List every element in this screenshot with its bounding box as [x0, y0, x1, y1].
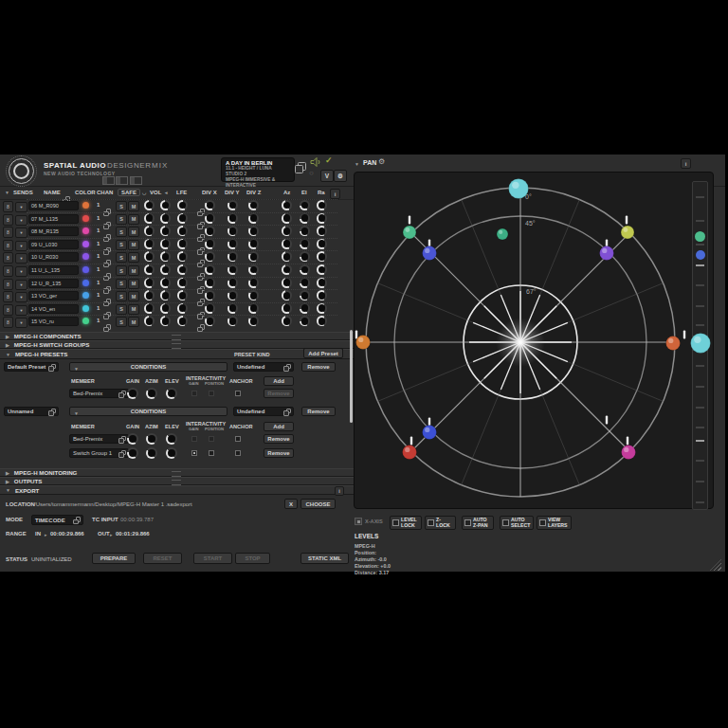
add-member-button[interactable]: Add	[264, 422, 294, 431]
member-copy-icon[interactable]	[118, 450, 125, 457]
auto-select-checkbox[interactable]	[502, 519, 509, 526]
z-lock-checkbox[interactable]	[428, 519, 434, 526]
range-out-arrow-icon[interactable]: ▸	[110, 532, 113, 537]
meter-object-dot[interactable]	[696, 250, 705, 260]
clear-location-button[interactable]: X	[284, 499, 298, 509]
anchor-checkbox[interactable]	[235, 436, 241, 442]
audio-object-dot[interactable]	[666, 337, 681, 351]
pan-info-button[interactable]: i	[681, 158, 691, 169]
level-lock-toggle[interactable]: LEVELLOCK	[390, 516, 422, 530]
audio-object-dot[interactable]	[622, 446, 636, 460]
range-out-value[interactable]: 00:01:29.866	[116, 531, 150, 537]
meter-object-dot[interactable]	[695, 231, 705, 242]
stop-button[interactable]: STOP	[235, 553, 270, 564]
member-gain-knob[interactable]	[127, 388, 138, 399]
section-label: EXPORT	[15, 487, 39, 494]
speaker-tick-marker	[683, 331, 685, 339]
preset-copy-icon[interactable]	[48, 364, 55, 371]
section-mpegh-monitoring[interactable]: ▶ MPEG-H MONITORING	[0, 468, 355, 477]
conditions-bar[interactable]: ▼CONDITIONS	[69, 407, 228, 416]
reset-button[interactable]: RESET	[143, 553, 182, 564]
member-name-field[interactable]: Bed-Premix	[69, 434, 129, 444]
mode-copy-icon[interactable]	[73, 517, 80, 523]
range-out-label: OUT	[98, 531, 110, 537]
left-panel-scrollbar[interactable]	[350, 330, 353, 423]
member-copy-icon[interactable]	[118, 391, 125, 397]
meter-tick	[696, 481, 704, 482]
range-in-value[interactable]: 00:00:29.866	[50, 531, 84, 537]
meter-tick-highlight	[696, 440, 704, 442]
audio-object-dot[interactable]	[423, 246, 437, 261]
member-azim-knob[interactable]	[146, 433, 157, 445]
auto-z-pan-checkbox[interactable]	[464, 519, 471, 526]
range-label: RANGE	[6, 531, 27, 537]
view-layers-toggle[interactable]: VIEWLAYERS	[537, 516, 572, 530]
member-gain-knob[interactable]	[127, 433, 138, 445]
mode-select[interactable]: TIMECODE	[31, 515, 83, 525]
member-name-field[interactable]: Bed-Premix	[69, 389, 129, 398]
view-layers-checkbox[interactable]	[539, 519, 546, 526]
audio-object-dot[interactable]	[403, 446, 417, 460]
remove-member-button[interactable]: Remove	[264, 434, 294, 444]
pan-canvas[interactable]: 0°45°67°	[354, 172, 714, 509]
member-azim-knob[interactable]	[146, 388, 157, 399]
member-azim-knob[interactable]	[146, 447, 157, 459]
member-gain-knob[interactable]	[127, 447, 138, 459]
preset-kind-field[interactable]: Undefined	[233, 362, 294, 372]
section-export[interactable]: ▼ EXPORT	[0, 485, 355, 495]
auto-z-pan-toggle[interactable]: AUTOZ-PAN	[462, 516, 494, 530]
audio-object-dot[interactable]	[423, 426, 437, 440]
remove-member-button[interactable]: Remove	[264, 448, 294, 458]
remove-preset-button[interactable]: Remove	[301, 362, 336, 372]
elevation-meter[interactable]	[692, 181, 708, 510]
member-elev-knob[interactable]	[166, 388, 177, 399]
conditions-bar[interactable]: ▼CONDITIONS	[69, 362, 228, 372]
export-info-button[interactable]: i	[335, 486, 344, 496]
meter-tick-highlight	[696, 264, 704, 266]
anchor-checkbox[interactable]	[235, 450, 241, 456]
audio-object-dot[interactable]	[356, 336, 371, 350]
interactivity-position-checkbox[interactable]	[209, 436, 214, 442]
preset-kind-field[interactable]: Undefined	[233, 407, 294, 416]
pan-collapse-icon[interactable]: ▼	[355, 161, 359, 167]
member-copy-icon[interactable]	[118, 436, 125, 443]
audio-object-dot[interactable]	[621, 226, 634, 239]
preset-copy-icon[interactable]	[48, 409, 55, 415]
x-axis-checkbox[interactable]	[355, 518, 362, 525]
preset-name-field[interactable]: Default Preset	[4, 362, 59, 372]
remove-member-button[interactable]: Remove	[264, 389, 294, 398]
static-xml-button[interactable]: STATIC XML	[300, 553, 349, 564]
interactivity-gain-checkbox[interactable]	[191, 450, 197, 456]
angle-label: 0°	[525, 193, 532, 200]
preset-kind-copy-icon[interactable]	[283, 364, 290, 371]
choose-location-button[interactable]: CHOOSE	[300, 499, 336, 509]
audio-object-dot[interactable]	[600, 246, 614, 261]
auto-select-toggle[interactable]: AUTOSELECT	[500, 516, 534, 530]
interactivity-gain-checkbox[interactable]	[191, 391, 197, 396]
gain-col-label: GAIN	[126, 378, 139, 384]
z-lock-toggle[interactable]: Z-LOCK	[425, 516, 456, 530]
member-elev-knob[interactable]	[166, 447, 177, 459]
member-elev-knob[interactable]	[166, 433, 177, 445]
anchor-checkbox[interactable]	[235, 391, 241, 396]
interactivity-position-checkbox[interactable]	[209, 450, 214, 456]
remove-preset-button[interactable]: Remove	[301, 407, 336, 416]
interactivity-position-checkbox[interactable]	[209, 391, 214, 396]
location-value: /Users/tomammermann/Desktop/MPEG-H Maste…	[34, 501, 192, 507]
level-lock-checkbox[interactable]	[392, 519, 399, 526]
audio-object-dot[interactable]	[497, 228, 508, 240]
prepare-button[interactable]: PREPARE	[92, 553, 136, 564]
preset-name-field[interactable]: Unnamed	[4, 407, 59, 416]
section-outputs[interactable]: ▶ OUTPUTS	[0, 477, 355, 485]
start-button[interactable]: START	[193, 553, 232, 564]
pan-gear-icon[interactable]: ⚙	[378, 157, 385, 166]
audio-object-dot[interactable]	[403, 226, 416, 239]
range-in-arrow-icon[interactable]: ▸	[45, 532, 47, 537]
audio-object-dot[interactable]	[509, 179, 529, 199]
member-col-label: MEMBER	[71, 378, 95, 384]
add-member-button[interactable]: Add	[264, 376, 294, 386]
member-name-field[interactable]: Switch Group 1	[69, 448, 129, 458]
preset-kind-copy-icon[interactable]	[283, 409, 290, 415]
interactivity-gain-checkbox[interactable]	[191, 436, 197, 442]
x-axis-toggle[interactable]: X-AXIS	[355, 518, 383, 525]
